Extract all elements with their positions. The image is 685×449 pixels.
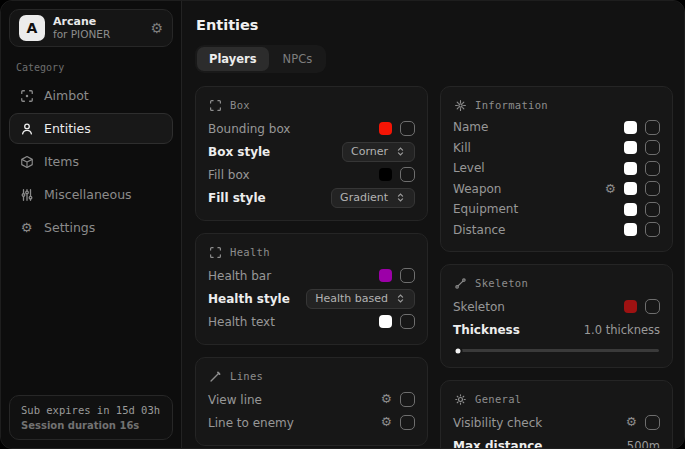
setting-row-box-style: Box style Corner: [208, 140, 415, 163]
panel-header: Information: [453, 98, 660, 112]
panel-box: Box Bounding box Box style Corner: [195, 86, 428, 221]
setting-label: Level: [453, 161, 485, 175]
sidebar-item-settings[interactable]: ⚙ Settings: [9, 212, 173, 243]
tab-bar: Players NPCs: [195, 45, 326, 73]
setting-label: Visibility check: [453, 416, 542, 430]
color-swatch[interactable]: [624, 300, 637, 313]
setting-label: Health bar: [208, 269, 271, 283]
setting-label: Line to enemy: [208, 416, 294, 430]
checkbox[interactable]: [400, 167, 415, 182]
sidebar-item-miscellaneous[interactable]: Miscellaneous: [9, 179, 173, 210]
entities-icon: [19, 121, 34, 136]
brand-card: A Arcane for PIONER ⚙: [9, 9, 173, 47]
sidebar-item-label: Items: [44, 154, 79, 169]
fill-style-select[interactable]: Gradient: [331, 188, 415, 208]
setting-label: Health text: [208, 315, 275, 329]
checkbox[interactable]: [400, 314, 415, 329]
checkbox[interactable]: [645, 181, 660, 196]
gear-icon[interactable]: ⚙: [150, 21, 163, 35]
general-icon: [453, 392, 467, 406]
panel-title: Information: [475, 99, 548, 111]
sidebar-item-aimbot[interactable]: Aimbot: [9, 80, 173, 111]
select-value: Corner: [351, 145, 388, 158]
color-swatch[interactable]: [624, 141, 637, 154]
panel-general: General Visibility check ⚙ Max distance …: [440, 380, 673, 449]
setting-row-line-to-enemy: Line to enemy ⚙: [208, 411, 415, 434]
setting-row-kill: Kill: [453, 138, 660, 159]
information-icon: [453, 98, 467, 112]
brackets-icon: [208, 245, 222, 259]
panel-title: General: [475, 393, 521, 405]
sidebar-item-items[interactable]: Items: [9, 146, 173, 177]
setting-row-thickness: Thickness 1.0 thickness: [453, 318, 660, 341]
app-name: Arcane: [53, 15, 110, 29]
checkbox[interactable]: [400, 268, 415, 283]
sidebar-item-entities[interactable]: Entities: [9, 113, 173, 144]
app-subtitle: for PIONER: [53, 28, 110, 41]
brand-text: Arcane for PIONER: [53, 15, 110, 42]
panel-health: Health Health bar Health style Health ba…: [195, 233, 428, 345]
setting-label: Distance: [453, 223, 505, 237]
gear-icon[interactable]: ⚙: [381, 393, 392, 406]
right-column: Information Name Kill: [440, 86, 673, 449]
thickness-value: 1.0 thickness: [584, 323, 660, 337]
color-swatch[interactable]: [624, 182, 637, 195]
max-distance-value: 500m: [627, 439, 660, 449]
gear-icon[interactable]: ⚙: [381, 416, 392, 429]
tab-players[interactable]: Players: [197, 47, 269, 71]
color-swatch[interactable]: [379, 269, 392, 282]
checkbox[interactable]: [645, 299, 660, 314]
unfold-icon: [395, 146, 406, 157]
setting-label: Skeleton: [453, 300, 505, 314]
setting-row-health-style: Health style Health based: [208, 287, 415, 310]
color-swatch[interactable]: [379, 122, 392, 135]
health-style-select[interactable]: Health based: [306, 289, 415, 309]
sidebar: A Arcane for PIONER ⚙ Category Aimbot En…: [1, 1, 182, 448]
gear-icon: ⚙: [19, 220, 34, 235]
thickness-slider[interactable]: [454, 349, 659, 352]
color-swatch[interactable]: [624, 121, 637, 134]
tab-npcs[interactable]: NPCs: [271, 47, 325, 71]
color-swatch[interactable]: [624, 203, 637, 216]
page-title: Entities: [196, 17, 673, 33]
checkbox[interactable]: [645, 222, 660, 237]
checkbox[interactable]: [645, 140, 660, 155]
unfold-icon: [395, 192, 406, 203]
setting-row-visibility-check: Visibility check ⚙: [453, 411, 660, 434]
checkbox[interactable]: [400, 392, 415, 407]
setting-row-max-distance: Max distance 500m: [453, 434, 660, 449]
gear-icon[interactable]: ⚙: [605, 183, 616, 196]
left-column: Box Bounding box Box style Corner: [195, 86, 428, 446]
slider-thumb[interactable]: [454, 346, 463, 355]
color-swatch[interactable]: [379, 168, 392, 181]
sidebar-item-label: Aimbot: [44, 88, 89, 103]
color-swatch[interactable]: [624, 223, 637, 236]
checkbox[interactable]: [645, 120, 660, 135]
setting-label: Name: [453, 120, 488, 134]
bone-icon: [453, 276, 467, 290]
box-style-select[interactable]: Corner: [342, 142, 415, 162]
panel-header: Health: [208, 245, 415, 259]
sidebar-item-label: Entities: [44, 121, 91, 136]
setting-row-view-line: View line ⚙: [208, 388, 415, 411]
setting-label: Fill style: [208, 191, 266, 205]
color-swatch[interactable]: [379, 315, 392, 328]
sub-expires-text: Sub expires in 15d 03h: [21, 404, 161, 416]
app-logo: A: [19, 15, 45, 41]
checkbox[interactable]: [645, 202, 660, 217]
sliders-icon: [19, 187, 34, 202]
panel-columns: Box Bounding box Box style Corner: [195, 86, 673, 449]
panel-information: Information Name Kill: [440, 86, 673, 252]
gear-icon[interactable]: ⚙: [626, 416, 637, 429]
setting-label: Max distance: [453, 439, 542, 449]
color-swatch[interactable]: [624, 162, 637, 175]
checkbox[interactable]: [400, 121, 415, 136]
checkbox[interactable]: [400, 415, 415, 430]
panel-title: Lines: [230, 370, 263, 382]
checkbox[interactable]: [645, 415, 660, 430]
checkbox[interactable]: [645, 161, 660, 176]
setting-label: Thickness: [453, 323, 520, 337]
setting-label: Kill: [453, 141, 471, 155]
setting-row-health-text: Health text: [208, 310, 415, 333]
panel-title: Health: [230, 246, 270, 258]
